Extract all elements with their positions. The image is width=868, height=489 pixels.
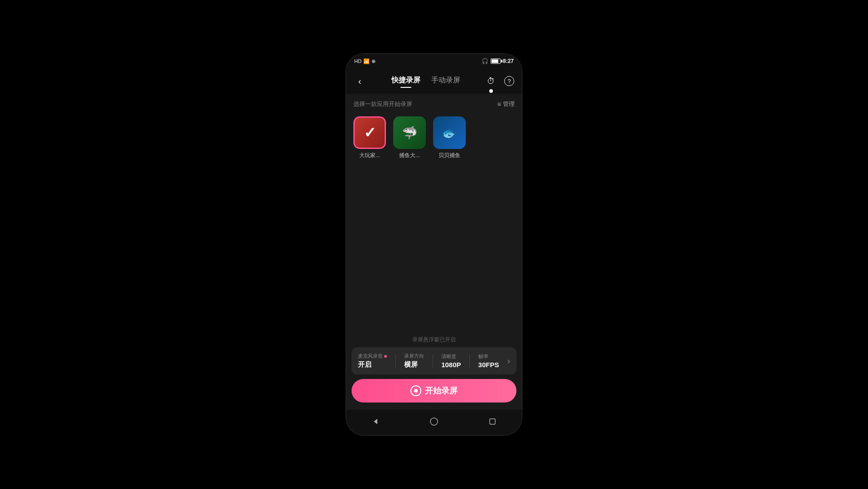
signal-text: HD (354, 58, 362, 64)
app-item-dayuanjia[interactable]: ✓ 大玩家... (353, 116, 386, 159)
back-button[interactable]: ‹ (352, 73, 368, 89)
fps-setting: 帧率 30FPS (478, 353, 499, 369)
divider-2 (433, 354, 433, 368)
nav-bar: ‹ 快捷录屏 手动录屏 ⏱ ? (346, 68, 522, 94)
divider-1 (395, 354, 396, 368)
fps-value: 30FPS (478, 361, 499, 369)
nav-icons: ⏱ ? (484, 74, 516, 88)
quality-label: 清晰度 (441, 353, 456, 360)
status-left: HD 📶 ⊕ (354, 58, 376, 64)
battery-icon (491, 58, 501, 64)
mic-label: 麦克风录音 (358, 353, 387, 360)
nav-home-button[interactable] (424, 412, 444, 431)
orientation-setting: 录屏方向 横屏 (404, 353, 424, 369)
svg-rect-2 (490, 419, 495, 424)
section-header: 选择一款应用开始录屏 ≡ 管理 (346, 94, 522, 113)
app-item-beibeibuyu[interactable]: 🐟 贝贝捕鱼 (433, 116, 466, 159)
tab-quick-record[interactable]: 快捷录屏 (391, 76, 420, 87)
nav-recent-button[interactable] (482, 412, 502, 431)
quality-value: 1080P (441, 361, 461, 369)
record-icon (410, 385, 421, 396)
app-art-3: 🐟 (433, 116, 466, 149)
history-button[interactable]: ⏱ (484, 74, 498, 88)
floating-hint: 录屏悬浮窗已开启 (352, 336, 516, 344)
fps-label: 帧率 (478, 353, 488, 360)
app-icon-1: ✓ (353, 116, 386, 149)
help-button[interactable]: ? (502, 74, 516, 88)
start-record-button[interactable]: 开始录屏 (352, 379, 516, 403)
status-bar: HD 📶 ⊕ 🎧 8:27 (346, 54, 522, 68)
tab-manual-record[interactable]: 手动录屏 (431, 76, 460, 87)
settings-bar[interactable]: 麦克风录音 开启 录屏方向 横屏 清晰度 1080P 帧率 30FPS › (352, 347, 516, 374)
start-record-label: 开始录屏 (425, 385, 458, 396)
app-label-1: 大玩家... (353, 152, 386, 159)
bottom-nav (346, 410, 522, 435)
app-item-buyuda[interactable]: 🦈 捕鱼大... (393, 116, 426, 159)
record-dot (414, 389, 418, 393)
quality-setting: 清晰度 1080P (441, 353, 461, 369)
divider-3 (469, 354, 470, 368)
bottom-section: 录屏悬浮窗已开启 麦克风录音 开启 录屏方向 横屏 清晰度 1080P 帧 (346, 332, 522, 410)
mic-active-dot (384, 355, 387, 358)
wifi-icon: ⊕ (371, 58, 376, 64)
time-display: 8:27 (503, 58, 514, 64)
orientation-label: 录屏方向 (404, 353, 424, 360)
orientation-value: 横屏 (404, 360, 418, 369)
nav-tabs: 快捷录屏 手动录屏 (368, 76, 484, 87)
app-label-2: 捕鱼大... (393, 152, 426, 159)
status-right: 🎧 8:27 (482, 58, 514, 64)
signal-bars: 📶 (363, 58, 370, 64)
apps-grid: ✓ 大玩家... 🦈 捕鱼大... 🐟 贝贝捕鱼 (346, 113, 522, 163)
content-area: 选择一款应用开始录屏 ≡ 管理 ✓ 大玩家... 🦈 捕鱼大... (346, 94, 522, 332)
nav-back-button[interactable] (366, 412, 386, 431)
app-art-2: 🦈 (393, 116, 426, 149)
headphone-icon: 🎧 (482, 58, 488, 64)
mic-setting: 麦克风录音 开启 (358, 353, 387, 369)
mic-value: 开启 (358, 360, 371, 369)
svg-marker-0 (374, 419, 377, 424)
settings-arrow-icon: › (507, 356, 510, 366)
app-label-3: 贝贝捕鱼 (433, 152, 466, 159)
app-icon-2: 🦈 (393, 116, 426, 149)
manage-button[interactable]: ≡ 管理 (497, 100, 515, 108)
app-icon-3: 🐟 (433, 116, 466, 149)
menu-icon: ≡ (497, 101, 501, 108)
svg-point-1 (430, 418, 438, 425)
section-title: 选择一款应用开始录屏 (353, 100, 412, 108)
